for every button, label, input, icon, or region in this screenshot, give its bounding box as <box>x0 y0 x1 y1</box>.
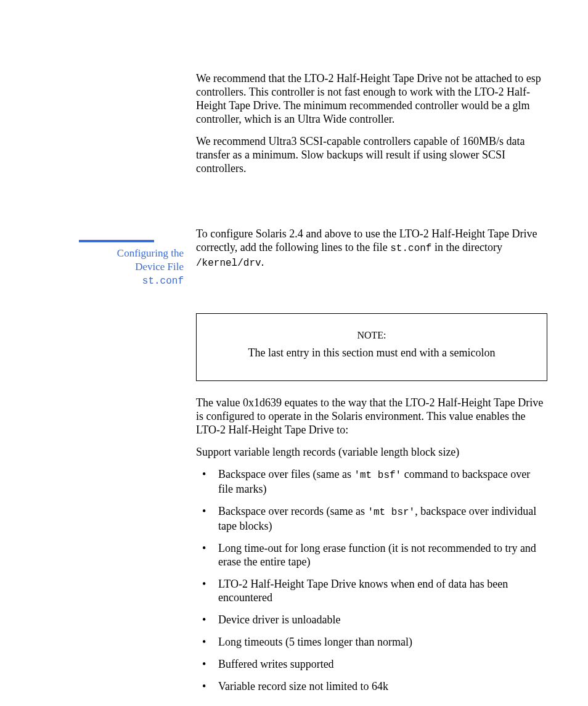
note-label: NOTE: <box>211 329 532 342</box>
feature-list: Backspace over files (same as 'mt bsf' c… <box>196 467 547 693</box>
support-paragraph: Support variable length records (variabl… <box>196 445 547 459</box>
list-item: Device driver is unloadable <box>196 613 547 626</box>
section-heading-file: st.conf <box>142 276 184 287</box>
list-item: Backspace over records (same as 'mt bsr'… <box>196 504 547 533</box>
li1-cmd: 'mt bsf' <box>354 470 401 481</box>
intro-block: We recommend that the LTO-2 Half-Height … <box>196 72 547 175</box>
section-heading-l1: Configuring the <box>117 247 184 259</box>
list-item: Buffered writes supported <box>196 657 547 671</box>
list-item: Long time-out for long erase function (i… <box>196 541 547 568</box>
configure-paragraph: To configure Solaris 2.4 and above to us… <box>196 227 547 270</box>
list-item: Long timeouts (5 times longer than norma… <box>196 635 547 649</box>
value-paragraph: The value 0x1d639 equates to the way tha… <box>196 396 547 437</box>
cfg-file: st.conf <box>390 243 431 254</box>
section-heading: Configuring the Device File st.conf <box>79 247 184 288</box>
note-box: NOTE: The last entry in this section mus… <box>196 313 547 381</box>
paragraph-ultra3: We recommend Ultra3 SCSI-capable control… <box>196 134 547 175</box>
page: We recommend that the LTO-2 Half-Height … <box>0 0 588 706</box>
cfg-t2: in the directory <box>431 241 502 253</box>
section-rule <box>79 240 154 242</box>
list-item: Backspace over files (same as 'mt bsf' c… <box>196 467 547 496</box>
paragraph-controllers-esp: We recommend that the LTO-2 Half-Height … <box>196 72 547 126</box>
cfg-t3: . <box>261 256 264 268</box>
list-item: Variable record size not limited to 64k <box>196 679 547 693</box>
section-heading-l2: Device File <box>135 261 184 273</box>
li2-cmd: 'mt bsr' <box>367 507 415 518</box>
note-text: The last entry in this section must end … <box>211 346 532 359</box>
li1-t1: Backspace over files (same as <box>218 468 354 480</box>
section-body: To configure Solaris 2.4 and above to us… <box>196 227 547 693</box>
cfg-dir: /kernel/drv <box>196 258 261 269</box>
list-item: LTO-2 Half-Height Tape Drive knows when … <box>196 577 547 604</box>
li2-t1: Backspace over records (same as <box>218 505 367 517</box>
